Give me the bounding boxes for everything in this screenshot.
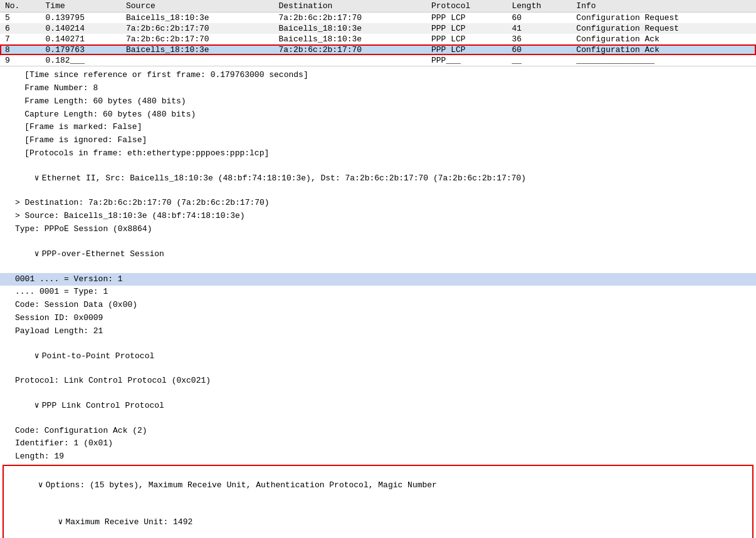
- col-time: Time: [41, 0, 121, 13]
- expand-options-icon: ∨: [38, 480, 46, 492]
- table-cell: 0.182___: [41, 55, 121, 66]
- col-source: Source: [121, 0, 273, 13]
- table-cell: 5: [0, 13, 41, 24]
- ppp-items: Protocol: Link Control Protocol (0xc021): [0, 375, 756, 388]
- packet-table: No. Time Source Destination Protocol Len…: [0, 0, 756, 66]
- table-cell: Configuration Ack: [571, 34, 756, 44]
- frame-info: [Time since reference or first frame: 0.…: [0, 69, 756, 160]
- expand-mru-icon: ∨: [58, 517, 65, 529]
- table-cell: 60: [507, 13, 571, 24]
- ethernet-header[interactable]: ∨Ethernet II, Src: Baicells_18:10:3e (48…: [0, 160, 756, 197]
- table-cell: 8: [0, 44, 41, 55]
- table-cell: 0.140214: [41, 23, 121, 34]
- col-destination: Destination: [274, 0, 426, 13]
- table-cell: 7a:2b:6c:2b:17:70: [121, 34, 273, 44]
- ppp-detail-line: Protocol: Link Control Protocol (0xc021): [0, 375, 756, 388]
- table-cell: 6: [0, 23, 41, 34]
- table-cell: PPP LCP: [426, 34, 507, 44]
- col-no: No.: [0, 0, 41, 13]
- mru-header[interactable]: ∨Maximum Receive Unit: 1492: [4, 504, 752, 538]
- table-cell: PPP LCP: [426, 13, 507, 24]
- table-cell: 7a:2b:6c:2b:17:70: [274, 44, 426, 55]
- table-cell: ________________: [571, 55, 756, 66]
- pppoe-detail-line: 0001 .... = Version: 1: [0, 273, 756, 286]
- ppp-section: ∨Point-to-Point Protocol Protocol: Link …: [0, 338, 756, 388]
- table-cell: 36: [507, 34, 571, 44]
- pppoe-detail-line: Session ID: 0x0009: [0, 312, 756, 325]
- table-cell: Configuration Ack: [571, 44, 756, 55]
- detail-pane: [Time since reference or first frame: 0.…: [0, 66, 756, 538]
- table-row[interactable]: 60.1402147a:2b:6c:2b:17:70Baicells_18:10…: [0, 23, 756, 34]
- table-cell: 41: [507, 23, 571, 34]
- table-header-row: No. Time Source Destination Protocol Len…: [0, 0, 756, 13]
- pppoe-detail-line: Code: Session Data (0x00): [0, 299, 756, 312]
- expand-ppp-icon: ∨: [34, 351, 42, 363]
- table-cell: [121, 55, 273, 66]
- ethernet-items: > Destination: 7a:2b:6c:2b:17:70 (7a:2b:…: [0, 197, 756, 236]
- table-cell: __: [507, 55, 571, 66]
- table-cell: PPP LCP: [426, 44, 507, 55]
- table-row[interactable]: 70.1402717a:2b:6c:2b:17:70Baicells_18:10…: [0, 34, 756, 44]
- table-cell: 60: [507, 44, 571, 55]
- table-cell: 7a:2b:6c:2b:17:70: [274, 13, 426, 24]
- pppoe-header[interactable]: ∨PPP-over-Ethernet Session: [0, 236, 756, 273]
- frame-info-line: [Frame is marked: False]: [0, 121, 756, 134]
- ethernet-detail-line: Type: PPPoE Session (0x8864): [0, 223, 756, 236]
- col-info: Info: [571, 0, 756, 13]
- table-cell: 7a:2b:6c:2b:17:70: [121, 23, 273, 34]
- options-section: ∨Options: (15 bytes), Maximum Receive Un…: [3, 465, 753, 538]
- table-cell: Baicells_18:10:3e: [121, 44, 273, 55]
- col-length: Length: [507, 0, 571, 13]
- expand-lcp-icon: ∨: [34, 400, 42, 412]
- lcp-section: ∨PPP Link Control Protocol Code: Configu…: [0, 388, 756, 463]
- lcp-detail-line: Length: 19: [0, 450, 756, 463]
- table-cell: Baicells_18:10:3e: [121, 13, 273, 24]
- lcp-detail-line: Identifier: 1 (0x01): [0, 437, 756, 450]
- table-cell: Baicells_18:10:3e: [274, 23, 426, 34]
- mru-subsection: ∨Maximum Receive Unit: 1492 Type: Maximu…: [4, 504, 752, 538]
- table-cell: PPP LCP: [426, 23, 507, 34]
- table-cell: 0.179763: [41, 44, 121, 55]
- lcp-items: Code: Configuration Ack (2)Identifier: 1…: [0, 425, 756, 464]
- pppoe-section: ∨PPP-over-Ethernet Session 0001 .... = V…: [0, 236, 756, 338]
- table-cell: 9: [0, 55, 41, 66]
- ethernet-detail-line: > Destination: 7a:2b:6c:2b:17:70 (7a:2b:…: [0, 197, 756, 210]
- table-cell: 0.140271: [41, 34, 121, 44]
- frame-info-line: Capture Length: 60 bytes (480 bits): [0, 108, 756, 122]
- pppoe-detail-line: .... 0001 = Type: 1: [0, 286, 756, 299]
- table-cell: Configuration Request: [571, 23, 756, 34]
- frame-info-line: [Time since reference or first frame: 0.…: [0, 69, 756, 82]
- table-cell: Baicells_18:10:3e: [274, 34, 426, 44]
- table-row[interactable]: 90.182___PPP_____________________: [0, 55, 756, 66]
- table-row[interactable]: 80.179763Baicells_18:10:3e7a:2b:6c:2b:17…: [0, 44, 756, 55]
- table-cell: 0.139795: [41, 13, 121, 24]
- ppp-header[interactable]: ∨Point-to-Point Protocol: [0, 338, 756, 375]
- pppoe-items: 0001 .... = Version: 1.... 0001 = Type: …: [0, 273, 756, 338]
- ethernet-section: ∨Ethernet II, Src: Baicells_18:10:3e (48…: [0, 160, 756, 236]
- lcp-detail-line: Code: Configuration Ack (2): [0, 425, 756, 438]
- ethernet-detail-line: > Source: Baicells_18:10:3e (48:bf:74:18…: [0, 210, 756, 223]
- frame-info-line: Frame Number: 8: [0, 82, 756, 95]
- expand-pppoe-icon: ∨: [34, 249, 42, 261]
- options-header[interactable]: ∨Options: (15 bytes), Maximum Receive Un…: [4, 467, 752, 504]
- table-row[interactable]: 50.139795Baicells_18:10:3e7a:2b:6c:2b:17…: [0, 13, 756, 24]
- pppoe-detail-line: Payload Length: 21: [0, 325, 756, 338]
- expand-ethernet-icon: ∨: [34, 173, 42, 185]
- table-cell: [274, 55, 426, 66]
- table-cell: 7: [0, 34, 41, 44]
- lcp-header[interactable]: ∨PPP Link Control Protocol: [0, 388, 756, 425]
- frame-info-line: Frame Length: 60 bytes (480 bits): [0, 95, 756, 108]
- table-cell: Configuration Request: [571, 13, 756, 24]
- frame-info-line: [Frame is ignored: False]: [0, 134, 756, 147]
- col-protocol: Protocol: [426, 0, 507, 13]
- frame-info-line: [Protocols in frame: eth:ethertype:pppoe…: [0, 147, 756, 160]
- table-cell: PPP___: [426, 55, 507, 66]
